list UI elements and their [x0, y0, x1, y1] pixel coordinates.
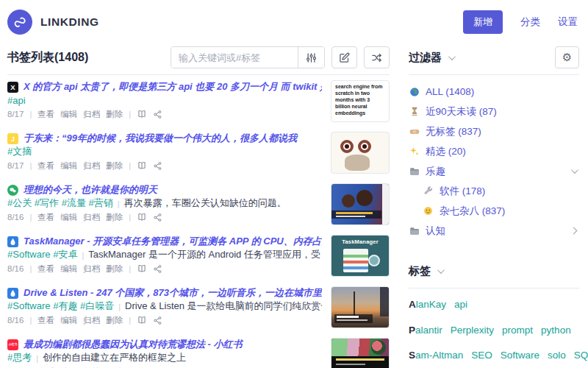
- bookmark-date: 8/16: [7, 316, 24, 325]
- hourglass-icon: [409, 107, 420, 116]
- appinn-favicon-icon: [7, 236, 18, 247]
- globe-icon: [409, 87, 420, 97]
- tag-cloud: AlanKayapi PalantirPerplexitypromptpytho…: [409, 297, 579, 368]
- chevron-right-icon[interactable]: [570, 227, 578, 235]
- share-icon[interactable]: [153, 264, 162, 274]
- bookmark-description: TaskManager 是一个开源的 Android 任务管理应用，受 GNO.…: [88, 248, 322, 261]
- archive-link[interactable]: 归档: [83, 212, 100, 223]
- reader-view-icon[interactable]: [137, 263, 147, 274]
- filter-settings-button[interactable]: ⚙: [555, 46, 579, 68]
- tag-link[interactable]: solo: [548, 350, 566, 361]
- filter-folder-fun[interactable]: 乐趣: [409, 161, 579, 181]
- bookmark-date: 8/16: [7, 264, 24, 273]
- filter-folder-misc[interactable]: 杂七杂八 (837): [409, 201, 579, 221]
- search-options-button[interactable]: [298, 47, 324, 68]
- view-link[interactable]: 查看: [37, 263, 54, 275]
- archive-link[interactable]: 归档: [83, 263, 100, 275]
- chevron-down-icon[interactable]: [571, 166, 578, 174]
- bookmark-description: 再次暴露，车圈公关认知缺位的问题。: [124, 197, 287, 210]
- wechat-favicon-icon: [7, 185, 18, 196]
- wrench-icon: [423, 186, 434, 196]
- tags-header[interactable]: 标签: [409, 264, 442, 278]
- bookmark-title-link[interactable]: Drive & Listen - 247 个国家，873个城市，一边听音乐，一边…: [24, 286, 322, 300]
- reader-view-icon[interactable]: [137, 212, 147, 222]
- tag-link[interactable]: Palantir: [409, 325, 442, 336]
- tag-link[interactable]: Perplexity: [451, 325, 494, 336]
- bookmark-tags[interactable]: #api: [7, 95, 26, 106]
- archive-link[interactable]: 归档: [83, 315, 100, 326]
- reader-view-icon[interactable]: [137, 315, 147, 325]
- filter-unread-90days[interactable]: 近90天未读 (87): [409, 102, 579, 121]
- delete-link[interactable]: 删除: [106, 315, 123, 326]
- add-bookmark-button[interactable]: 新增: [463, 10, 503, 34]
- settings-link[interactable]: 设置: [558, 15, 578, 29]
- delete-link[interactable]: 删除: [106, 212, 123, 223]
- sparkles-icon: [409, 146, 420, 156]
- edit-link[interactable]: 编辑: [60, 263, 77, 275]
- edit-link[interactable]: 编辑: [60, 109, 77, 120]
- edit-link[interactable]: 编辑: [60, 160, 77, 171]
- jike-favicon-icon: J: [7, 133, 18, 144]
- archive-link[interactable]: 归档: [83, 160, 100, 171]
- bookmark-thumbnail[interactable]: [331, 338, 390, 368]
- brand[interactable]: LINKDING: [7, 10, 99, 35]
- categories-link[interactable]: 分类: [520, 15, 540, 29]
- tag-link[interactable]: prompt: [502, 325, 533, 336]
- filters-header[interactable]: 过滤器: [409, 51, 453, 65]
- tag-link[interactable]: python: [541, 325, 571, 336]
- filter-folder-cognition[interactable]: 认知: [409, 221, 579, 241]
- archive-link[interactable]: 归档: [83, 109, 100, 120]
- search-input[interactable]: [171, 47, 298, 68]
- view-link[interactable]: 查看: [37, 315, 54, 326]
- bulk-edit-button[interactable]: [331, 46, 357, 68]
- filter-folder-software[interactable]: 软件 (178): [409, 181, 579, 201]
- tag-group: PalantirPerplexitypromptpython: [409, 322, 579, 339]
- bookmark-title-link[interactable]: 理想的今天，也许就是你的明天: [24, 183, 157, 197]
- tag-link[interactable]: SQLite: [574, 350, 588, 361]
- filter-list: ALL (1408) 近90天未读 (87) 无标签 (837) 精选 (20)…: [409, 82, 579, 241]
- view-link[interactable]: 查看: [37, 212, 54, 223]
- share-icon[interactable]: [153, 110, 162, 119]
- edit-link[interactable]: 编辑: [60, 315, 77, 326]
- random-sort-button[interactable]: [364, 46, 390, 68]
- bookmark-thumbnail[interactable]: [331, 132, 390, 174]
- bookmark-tags[interactable]: #Software #有趣 #白噪音: [7, 300, 114, 313]
- share-icon[interactable]: [153, 316, 162, 325]
- tag-link[interactable]: SEO: [471, 350, 492, 361]
- bookmark-thumbnail[interactable]: [331, 183, 390, 225]
- xiaohongshu-favicon-icon: 小红书: [7, 339, 18, 350]
- tag-group: AlanKayapi: [409, 297, 579, 313]
- reader-view-icon[interactable]: [137, 109, 147, 119]
- bookmark-tags[interactable]: #文摘: [7, 145, 32, 158]
- delete-link[interactable]: 删除: [106, 160, 123, 171]
- delete-link[interactable]: 删除: [106, 263, 123, 275]
- bookmark-tags[interactable]: #Software #安卓: [7, 248, 77, 261]
- bookmark-thumbnail[interactable]: search engine from scratch in two months…: [331, 80, 390, 122]
- tag-link[interactable]: Software: [501, 350, 539, 361]
- bookmark-title-link[interactable]: 最成功编剧都很愚蠢因为认真对待荒谬想法 - 小红书: [24, 338, 243, 351]
- bookmark-tags[interactable]: #思考: [7, 351, 32, 364]
- header-nav: 新增 分类 设置: [463, 10, 578, 34]
- bookmark-thumbnail[interactable]: [331, 286, 390, 328]
- filter-untagged[interactable]: 无标签 (837): [409, 121, 579, 141]
- share-icon[interactable]: [153, 213, 162, 222]
- bookmark-title-link[interactable]: X 的官方 api 太贵了，即便是第三方 api 也要 20 多刀一个月 而 t…: [24, 80, 322, 93]
- filter-featured[interactable]: 精选 (20): [409, 141, 579, 161]
- bookmark-item: Drive & Listen - 247 个国家，873个城市，一边听音乐，一边…: [7, 281, 390, 333]
- x-favicon-icon: X: [7, 82, 18, 93]
- bookmark-title-link[interactable]: TaskManager - 开源安卓任务管理器，可监测各 APP 的 CPU、内…: [24, 235, 322, 248]
- reader-view-icon[interactable]: [137, 160, 147, 171]
- delete-link[interactable]: 删除: [106, 109, 123, 120]
- tag-link[interactable]: Sam-Altman: [409, 350, 463, 361]
- view-link[interactable]: 查看: [37, 160, 54, 171]
- bookmark-tags[interactable]: #公关 #写作 #流量 #营销: [7, 197, 113, 210]
- tag-link[interactable]: AlanKay: [409, 299, 446, 310]
- tag-link[interactable]: api: [454, 299, 467, 310]
- bookmark-title-link[interactable]: 于东来：“99年的时候，我说我要做一个伟大的人，很多人都说我: [24, 132, 297, 145]
- edit-link[interactable]: 编辑: [60, 212, 77, 223]
- filter-all[interactable]: ALL (1408): [409, 82, 579, 102]
- bookmark-thumbnail[interactable]: TaskManager: [331, 235, 390, 277]
- share-icon[interactable]: [153, 161, 162, 171]
- view-link[interactable]: 查看: [37, 109, 54, 120]
- page-title: 书签列表(1408): [7, 50, 88, 66]
